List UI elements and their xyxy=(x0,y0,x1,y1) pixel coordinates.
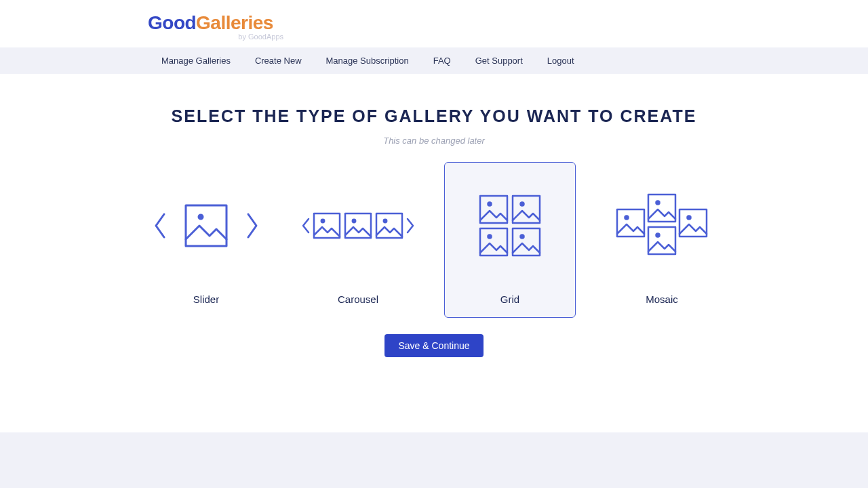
logo: GoodGalleries xyxy=(148,12,868,34)
save-continue-button[interactable]: Save & Continue xyxy=(384,334,483,357)
svg-rect-10 xyxy=(513,196,540,223)
svg-point-15 xyxy=(521,235,524,239)
option-mosaic-label: Mosaic xyxy=(646,293,678,305)
gallery-type-options: Slider xyxy=(0,162,868,318)
slider-icon xyxy=(152,192,260,260)
svg-rect-6 xyxy=(376,214,402,238)
svg-point-19 xyxy=(625,216,629,220)
svg-rect-20 xyxy=(679,209,707,237)
svg-point-7 xyxy=(384,220,387,222)
svg-point-11 xyxy=(521,203,524,206)
svg-point-23 xyxy=(656,234,660,237)
header: GoodGalleries by GoodApps xyxy=(0,0,868,47)
svg-point-13 xyxy=(488,235,492,239)
option-mosaic[interactable]: Mosaic xyxy=(596,162,728,318)
nav-faq[interactable]: FAQ xyxy=(433,56,451,66)
svg-rect-8 xyxy=(480,196,507,223)
option-carousel[interactable]: Carousel xyxy=(292,162,424,318)
svg-rect-14 xyxy=(513,228,540,256)
mosaic-icon xyxy=(614,192,709,260)
svg-point-1 xyxy=(199,215,203,219)
svg-rect-4 xyxy=(345,214,371,238)
nav-manage-subscription[interactable]: Manage Subscription xyxy=(326,56,409,66)
nav-manage-galleries[interactable]: Manage Galleries xyxy=(161,56,231,66)
svg-rect-0 xyxy=(186,205,226,246)
svg-rect-2 xyxy=(314,214,340,238)
footer xyxy=(0,432,868,488)
page-subtitle: This can be changed later xyxy=(0,136,868,146)
svg-point-21 xyxy=(688,216,691,220)
svg-point-17 xyxy=(656,201,660,205)
svg-rect-12 xyxy=(480,228,507,256)
svg-rect-18 xyxy=(617,209,644,237)
svg-point-5 xyxy=(353,220,355,222)
svg-point-9 xyxy=(488,203,492,206)
svg-point-3 xyxy=(321,220,324,222)
page-title: Select the type of gallery you want to c… xyxy=(0,106,868,126)
grid-icon xyxy=(476,192,544,260)
svg-rect-22 xyxy=(648,227,675,254)
nav-logout[interactable]: Logout xyxy=(547,56,574,66)
svg-rect-16 xyxy=(648,195,675,222)
carousel-icon xyxy=(300,192,416,260)
option-grid[interactable]: Grid xyxy=(444,162,576,318)
main-content: Select the type of gallery you want to c… xyxy=(0,74,868,357)
option-carousel-label: Carousel xyxy=(338,293,378,305)
navbar: Manage Galleries Create New Manage Subsc… xyxy=(0,47,868,74)
nav-create-new[interactable]: Create New xyxy=(255,56,302,66)
option-grid-label: Grid xyxy=(500,293,519,305)
logo-part2: Galleries xyxy=(196,12,273,33)
nav-get-support[interactable]: Get Support xyxy=(475,56,523,66)
logo-part1: Good xyxy=(148,12,196,33)
option-slider[interactable]: Slider xyxy=(140,162,272,318)
option-slider-label: Slider xyxy=(193,293,219,305)
